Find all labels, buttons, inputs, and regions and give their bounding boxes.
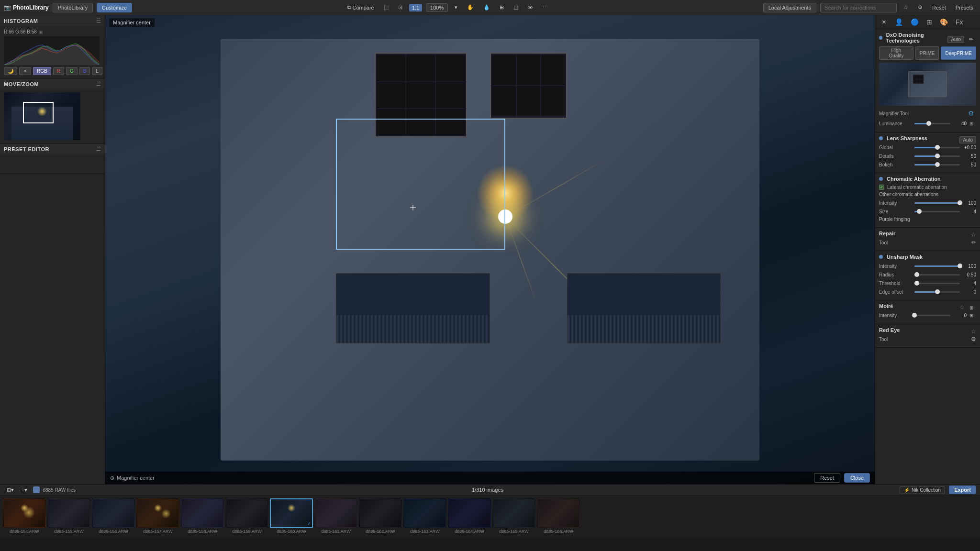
tab-photolibrary[interactable]: PhotoLibrary: [53, 3, 93, 12]
ch-btn-sun[interactable]: ☀: [19, 67, 31, 75]
edge-offset-slider[interactable]: [914, 288, 960, 295]
ca-size-thumb[interactable]: [917, 209, 922, 214]
tab-customize[interactable]: Customize: [97, 3, 132, 12]
bokeh-thumb[interactable]: [935, 162, 940, 167]
rp-lens-icon[interactable]: 🔵: [909, 17, 921, 27]
luminance-thumb[interactable]: [926, 121, 931, 126]
ch-btn-g[interactable]: G: [66, 67, 78, 75]
lens-auto-btn[interactable]: Auto: [959, 136, 976, 143]
rp-person-icon[interactable]: 👤: [893, 17, 905, 27]
details-slider[interactable]: [914, 153, 960, 159]
ch-btn-l[interactable]: L: [92, 67, 102, 75]
zoom-dropdown[interactable]: ▾: [452, 3, 460, 11]
ca-intensity-thumb[interactable]: [958, 200, 962, 205]
threshold-slider[interactable]: [914, 280, 960, 287]
filmstrip-item-0[interactable]: d885-154.ARW: [3, 498, 46, 534]
magnifier-tool-icon[interactable]: ⚙: [966, 109, 976, 118]
quality-deepprime[interactable]: DeepPRIME: [941, 46, 976, 60]
ca-intensity-slider[interactable]: [914, 199, 960, 206]
preview-thumbnail[interactable]: [4, 92, 80, 140]
denoising-auto-btn[interactable]: Auto: [947, 36, 964, 43]
um-intensity-slider[interactable]: [914, 263, 960, 269]
compare-view[interactable]: ◫: [511, 3, 521, 11]
repair-star[interactable]: ☆: [971, 231, 976, 238]
moire-intensity-track: [914, 315, 950, 316]
quality-highquality[interactable]: High Quality: [879, 46, 913, 60]
search-input[interactable]: [820, 3, 897, 12]
filmstrip-item-8[interactable]: d885-162.ARW: [359, 498, 402, 534]
star-button[interactable]: ☆: [901, 3, 911, 11]
quality-prime[interactable]: PRIME: [915, 46, 939, 60]
global-slider[interactable]: [914, 144, 960, 151]
nik-collection-button[interactable]: ⚡ Nik Collection: [900, 486, 945, 494]
filmstrip-item-1[interactable]: d885-155.ARW: [47, 498, 90, 534]
global-thumb[interactable]: [935, 145, 940, 150]
um-radius-thumb[interactable]: [914, 272, 919, 277]
filmstrip-sort-btn[interactable]: ⊞▾: [4, 486, 17, 494]
ch-btn-r[interactable]: R: [53, 67, 64, 75]
moire-star[interactable]: ☆: [959, 304, 965, 311]
rp-palette-icon[interactable]: 🎨: [938, 17, 950, 27]
local-adj-button[interactable]: Local Adjustments: [763, 3, 816, 12]
luminance-expand[interactable]: ⊞: [967, 120, 976, 127]
main-image-area[interactable]: [105, 15, 875, 484]
ca-size-slider[interactable]: [914, 208, 960, 215]
filmstrip-item-7[interactable]: d885-161.ARW: [314, 498, 357, 534]
moire-intensity-slider[interactable]: [914, 312, 950, 319]
filmstrip-item-11[interactable]: d885-165.ARW: [492, 498, 535, 534]
center-close-button[interactable]: Close: [844, 473, 870, 483]
lateral-checkbox[interactable]: [879, 185, 884, 190]
um-radius-slider[interactable]: [914, 271, 960, 278]
bokeh-slider[interactable]: [914, 161, 960, 168]
movezoom-header[interactable]: MOVE/ZOOM ☰: [0, 78, 105, 89]
preset-editor-header[interactable]: PRESET EDITOR ☰: [0, 143, 105, 154]
preset-editor-title: PRESET EDITOR: [4, 146, 49, 152]
settings-button[interactable]: ⚙: [915, 3, 925, 11]
frame-button[interactable]: ⬚: [381, 3, 391, 11]
export-button[interactable]: Export: [949, 485, 976, 494]
hand-tool[interactable]: ✋: [464, 3, 477, 11]
window-top-left: [375, 53, 467, 137]
zoom-1to1-button[interactable]: 1:1: [409, 4, 422, 11]
moire-expand[interactable]: ⊞: [967, 304, 976, 311]
grid-tool[interactable]: ⊞: [497, 3, 507, 11]
filmstrip-item-5[interactable]: d885-159.ARW: [225, 498, 268, 534]
filmstrip-item-12[interactable]: d885-166.ARW: [537, 498, 580, 534]
filmstrip-item-2[interactable]: d885-156.ARW: [92, 498, 135, 534]
filmstrip-item-3[interactable]: d885-157.ARW: [136, 498, 179, 534]
movezoom-content: [0, 89, 105, 143]
eye-tool[interactable]: 👁: [525, 4, 536, 11]
compare-button[interactable]: ⧉ Compare: [345, 3, 377, 11]
center-reset-button[interactable]: Reset: [814, 473, 840, 483]
filmstrip-item-9[interactable]: d885-163.ARW: [403, 498, 446, 534]
filmstrip-filter-btn[interactable]: ≡▾: [19, 486, 30, 494]
threshold-thumb[interactable]: [914, 281, 919, 286]
edge-offset-thumb[interactable]: [935, 289, 940, 294]
rp-grid-icon[interactable]: ⊞: [924, 17, 934, 27]
rp-sun-icon[interactable]: ☀: [879, 17, 889, 27]
eyedropper-tool[interactable]: 💧: [480, 3, 493, 11]
ch-btn-moon[interactable]: 🌙: [4, 67, 17, 75]
luminance-slider[interactable]: [914, 121, 950, 127]
reset-button[interactable]: Reset: [929, 4, 949, 11]
filmstrip-item-10[interactable]: d885-164.ARW: [448, 498, 491, 534]
moire-intensity-thumb[interactable]: [912, 313, 917, 318]
more-tools[interactable]: ⋯: [540, 3, 551, 11]
rp-fx-icon[interactable]: Fx: [954, 17, 965, 27]
ch-btn-rgb[interactable]: RGB: [33, 67, 51, 75]
um-intensity-thumb[interactable]: [958, 264, 962, 268]
filmstrip-item-6[interactable]: ✓d885-160.ARW: [270, 498, 313, 534]
moire-value-expand[interactable]: ⊞: [967, 312, 976, 319]
denoising-edit-icon[interactable]: ✏: [966, 35, 976, 44]
red-eye-section: Red Eye ☆ Tool ⚙: [875, 324, 980, 348]
app-logo: 📷 PhotoLibrary: [4, 4, 49, 11]
details-value: 50: [962, 154, 976, 159]
red-eye-star[interactable]: ☆: [971, 328, 976, 335]
presets-button[interactable]: Presets: [953, 4, 976, 11]
details-thumb[interactable]: [935, 154, 940, 158]
filmstrip-item-4[interactable]: d885-158.ARW: [181, 498, 224, 534]
crop-button[interactable]: ⊡: [395, 3, 405, 11]
preset-editor-menu-icon: ☰: [96, 146, 101, 152]
histogram-header[interactable]: HISTOGRAM ☰: [0, 15, 105, 26]
ch-btn-b[interactable]: B: [79, 67, 90, 75]
